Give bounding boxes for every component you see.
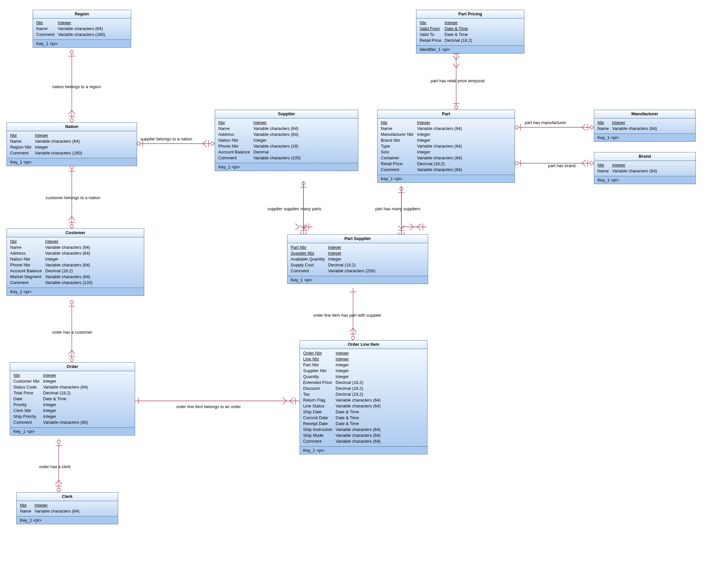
attr-name: Nbr (10, 132, 35, 138)
rel-label: order has a clerk (39, 464, 71, 469)
attr-type: Integer (328, 256, 379, 262)
attr-name: Valid To (420, 32, 444, 37)
entity-key: Key_1 <pi> (594, 176, 695, 184)
rel-label: supplier belongs to a nation (140, 136, 192, 142)
attr-name: Part Nbr (291, 245, 328, 250)
attr-name: Ship Date (303, 409, 336, 415)
entity-title: Brand (594, 152, 695, 161)
attr-type: Integer (336, 362, 384, 368)
entity-supplier: Supplier NbrIntegerNameVariable characte… (215, 110, 358, 171)
attr-type: Variable characters (64) (417, 126, 465, 132)
attr-name: Nbr (20, 503, 34, 508)
entity-key: Key_1 <pi> (33, 40, 131, 47)
entity-nation: Nation NbrIntegerNameVariable characters… (6, 122, 137, 166)
attr-type: Date & Time (336, 415, 384, 421)
entity-orderlineitem: Order Line Item Order NbrIntegerLine Nbr… (300, 340, 427, 454)
attr-name: Nbr (381, 120, 417, 126)
attr-name: Line Nbr (303, 356, 336, 362)
attr-type: Decimal (18,2) (336, 386, 384, 391)
attr-type: Variable characters (64) (417, 167, 465, 173)
entity-attrs: NbrIntegerNameVariable characters (64)Ma… (378, 119, 515, 175)
entity-attrs: NbrIntegerCustomer NbrIntegerStatus Code… (10, 371, 135, 428)
attr-name: Ship Instruction (303, 427, 336, 433)
attr-name: Brand Nbr (381, 137, 417, 143)
entity-key: Key_1 <pi> (7, 158, 137, 166)
attr-name: Comment (14, 419, 43, 425)
entity-title: Part Pricing (416, 10, 524, 19)
attr-type: Integer (43, 373, 92, 378)
attr-name: Name (597, 168, 612, 174)
attr-name: Clerk Nbr (14, 408, 43, 414)
svg-point-8 (70, 225, 73, 228)
attr-type: Integer (58, 20, 108, 26)
attr-type: Variable characters (64) (45, 250, 96, 256)
rel-label: part has many suppliers (375, 206, 420, 211)
attr-name: Part Nbr (303, 362, 336, 368)
attr-name: Nation Nbr (218, 137, 254, 143)
attr-name: Priority (14, 402, 43, 408)
attr-name: Valid From (420, 26, 444, 32)
entity-title: Manufacturer (594, 110, 695, 119)
svg-point-55 (352, 336, 355, 339)
attr-name: Ship Mode (303, 433, 336, 438)
entity-attrs: Part NbrIntegerSupplier NbrIntegerAvaila… (287, 243, 428, 276)
attr-type: Variable characters (64) (34, 508, 83, 514)
entity-attrs: NbrIntegerNameVariable characters (64) (17, 501, 118, 516)
entity-attrs: Order NbrIntegerLine NbrIntegerPart NbrI… (300, 349, 427, 447)
attr-type: Variable characters (64) (336, 433, 384, 438)
svg-point-6 (70, 166, 73, 169)
attr-name: Comment (10, 280, 45, 286)
attr-type: Decimal (18,2) (444, 37, 475, 44)
entity-title: Supplier (215, 110, 358, 119)
attr-name: Retail Price (381, 161, 417, 167)
svg-point-42 (302, 182, 305, 185)
attr-type: Integer (43, 378, 92, 384)
svg-point-40 (590, 161, 593, 165)
attr-name: Line Status (303, 403, 336, 409)
attr-name: Name (10, 138, 35, 144)
attr-name: Name (218, 126, 254, 132)
svg-point-33 (515, 126, 518, 129)
attr-type: Variable characters (160) (58, 32, 108, 37)
entity-title: Nation (7, 123, 137, 131)
attr-type: Integer (417, 132, 465, 137)
entity-partsupplier: Part Supplier Part NbrIntegerSupplier Nb… (287, 234, 428, 284)
svg-point-38 (515, 161, 518, 165)
attr-name: Supply Cost (291, 262, 328, 268)
entity-attrs: NbrIntegerNameVariable characters (64)Re… (7, 131, 137, 158)
svg-point-11 (137, 142, 140, 145)
attr-name: Nbr (420, 20, 444, 26)
attr-name: Supplier Nbr (291, 250, 328, 256)
entity-key: Key_1 <pi> (17, 516, 118, 524)
rel-label: customer belongs to a nation (46, 195, 100, 200)
attr-type: Integer (328, 245, 379, 250)
attr-name: Comment (10, 150, 35, 156)
rel-label: order line item belongs to an order (176, 404, 241, 409)
attr-type: Decimal (18,2) (45, 268, 96, 274)
entity-region: Region NbrIntegerNameVariable characters… (33, 10, 131, 48)
attr-name: Comment (303, 438, 336, 444)
entity-title: Clerk (17, 493, 118, 501)
attr-name: Status Code (14, 384, 43, 390)
entity-title: Part Supplier (287, 235, 428, 243)
entity-title: Customer (7, 229, 144, 237)
svg-point-35 (590, 126, 593, 129)
attr-name: Receipt Date (303, 421, 336, 427)
attr-type: Decimal (18,2) (336, 380, 384, 386)
attr-name: Address (218, 132, 254, 137)
attr-name: Market Segment (10, 274, 45, 280)
attr-type: Integer (43, 414, 92, 419)
attr-type: Variable characters (64) (58, 26, 108, 32)
entity-attrs: NbrIntegerNameVariable characters (64)Co… (33, 19, 131, 40)
entity-attrs: NbrIntegerNameVariable characters (64) (594, 119, 695, 134)
attr-type: Variable characters (64) (43, 384, 92, 390)
attr-type: Date & Time (336, 421, 384, 427)
svg-point-3 (70, 119, 73, 122)
attr-name: Container (381, 155, 417, 161)
attr-name: Available Quantity (291, 256, 328, 262)
attr-type: Integer (336, 350, 384, 356)
attr-name: Address (10, 250, 45, 256)
svg-point-45 (400, 187, 403, 190)
attr-name: Comment (218, 155, 254, 161)
entity-key: Identifier_1 <pi> (416, 46, 524, 53)
